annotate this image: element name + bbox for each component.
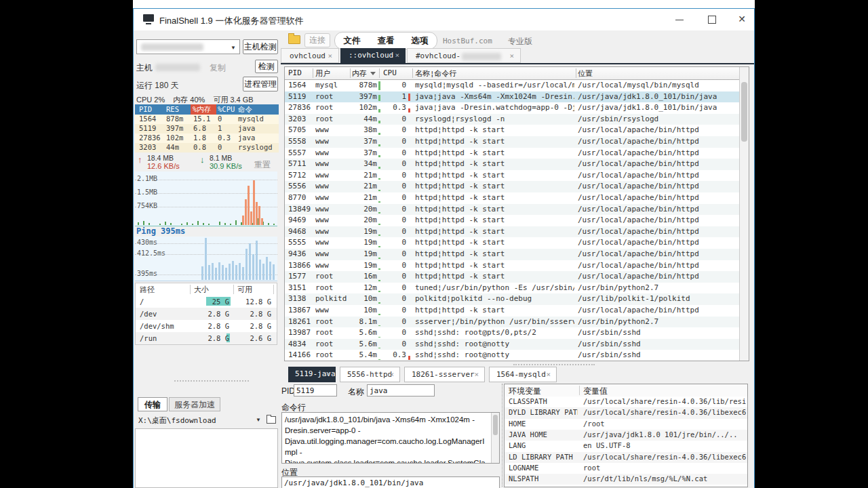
cmdline-textarea[interactable]: /usr/java/jdk1.8.0_101/bin/java -Xms64m … [281,412,500,464]
connections-folder-icon[interactable] [288,35,300,44]
pid-field[interactable] [294,384,337,396]
process-row[interactable]: 14166root5.4m0.3sshd¦sshd: root@notty/us… [285,350,739,361]
check-button[interactable]: 检测 [255,60,278,73]
disk-col-path[interactable]: 路径 [140,285,155,295]
minimize-button[interactable] [668,9,691,29]
scrollbar-thumb[interactable] [493,415,498,435]
session-tab-ovhcloud[interactable]: ::ovhcloud× [340,48,406,63]
cmdline-scrollbar[interactable] [491,413,499,463]
env-var-row[interactable]: DYLD_LIBRARY_PATH/usr/local/share/resin-… [505,407,747,418]
tab-server-accel[interactable]: 服务器加速 [169,397,220,411]
process-row[interactable]: 5119root397m1java¦java -Xms64m -Xmx1024m… [285,92,739,103]
reset-traffic-link[interactable]: 重置 [254,159,271,171]
col-user[interactable]: 用户 [315,68,330,79]
tab-close-icon[interactable]: × [328,49,332,63]
connect-button[interactable]: 连接 [304,33,330,47]
detail-pane-splitter[interactable] [502,384,502,487]
transfer-file-panel[interactable] [135,428,278,488]
host-combobox[interactable]: ▼ [136,39,240,54]
col-location[interactable]: 位置 [578,68,593,79]
session-tab-ovhcloud[interactable]: #ovhcloud-× [407,48,521,63]
sidebar-splitter-handle[interactable] [174,380,249,382]
tab-close-icon[interactable]: × [395,48,399,62]
vertical-scrollbar[interactable] [739,67,749,361]
process-row[interactable]: 4834root5.6m0sshd¦sshd: root@notty/usr/s… [285,339,739,350]
env-var-row[interactable]: LD_LIBRARY_PATH/usr/local/share/resin-4.… [505,452,747,463]
copy-link[interactable]: 复制 [210,62,226,74]
env-var-row[interactable]: CLASSPATH/usr/local/share/resin-4.0.36/l… [505,396,747,407]
menu-options[interactable]: 选项 [412,35,429,47]
process-manager-button[interactable]: 进程管理 [243,77,278,92]
mini-process-row[interactable]: 5119397m6.81java [135,124,279,134]
close-button[interactable]: ✕ [730,9,753,29]
process-row[interactable]: 13866www19m0httpd¦httpd -k start/usr/loc… [285,260,739,272]
site-link[interactable]: HostBuf.com [443,37,492,45]
process-row[interactable]: 5711www34m0httpd¦httpd -k start/usr/loca… [285,159,739,170]
menu-view[interactable]: 查看 [378,35,395,47]
env-var-row[interactable]: HOME/root [505,419,747,430]
mini-process-row[interactable]: 1564878m15.10mysqld [135,115,279,124]
process-row[interactable]: 18261root8.1m0ssserver¦/bin/python /usr/… [285,317,739,328]
download-path-bar[interactable]: X:\桌面\fsdownload ▼ [135,413,279,427]
process-row[interactable]: 9436www19m0httpd¦httpd -k start/usr/loca… [285,249,739,260]
folder-open-icon[interactable] [267,416,276,424]
env-col-value[interactable]: 变量值 [583,386,608,397]
process-row[interactable]: 13867www10m0httpd¦httpd -k start/usr/loc… [285,305,739,317]
tab-transfer[interactable]: 传输 [138,397,167,411]
menu-file[interactable]: 文件 [344,35,361,47]
mini-col-cmd[interactable]: 命令 [238,105,252,115]
process-row[interactable]: 1577root16m0httpd¦httpd -k start/usr/loc… [285,271,739,283]
env-var-row[interactable]: LOGNAMEroot [505,463,747,474]
env-var-row[interactable]: NLSPATH/usr/dt/lib/nls/msg/%L/%N.cat [505,474,747,485]
mini-process-row[interactable]: 27836102m1.80.3java [135,134,279,143]
disk-row[interactable]: /run2.8 G2.6 G [136,332,277,344]
disk-row[interactable]: /dev/shm2.8 G2.8 G [136,320,277,332]
detail-tab-5556-httpd[interactable]: 5556-httpd× [340,367,400,382]
env-var-row[interactable]: JAVA_HOME/usr/java/jdk1.8.0_101/jre/bin/… [505,430,747,441]
process-row[interactable]: 5558www37m0httpd¦httpd -k start/usr/loca… [285,136,739,148]
detail-tab-18261-ssserver[interactable]: 18261-ssserver× [404,367,485,382]
scrollbar-thumb[interactable] [741,82,747,142]
col-name-cmd[interactable]: 名称¦命令行 [415,68,457,79]
detail-splitter-handle[interactable] [513,364,595,365]
process-row[interactable]: 3203root44m0rsyslogd¦rsyslogd -n/usr/sbi… [285,114,739,125]
process-row[interactable]: 5557www37m0httpd¦httpd -k start/usr/loca… [285,148,739,159]
process-row[interactable]: 3138polkitd10m0polkitd¦polkitd --no-debu… [285,293,739,305]
tab-close-icon[interactable]: × [474,367,479,382]
location-field[interactable] [281,476,500,488]
process-row[interactable]: 9468www19m0httpd¦httpd -k start/usr/loca… [285,226,739,238]
host-check-button[interactable]: 主机检测 [243,39,278,54]
tab-close-icon[interactable]: × [389,367,394,382]
col-pid[interactable]: PID [288,68,302,77]
tab-close-icon[interactable]: × [326,367,330,382]
process-row[interactable]: 5555www19m0httpd¦httpd -k start/usr/loca… [285,237,739,249]
process-row[interactable]: 27836root102m0.3java¦java -Dresin.watchd… [285,102,739,114]
process-row[interactable]: 1564mysql878m0mysqld¦mysqld --basedir=/u… [285,80,739,92]
tab-close-icon[interactable]: × [509,49,514,63]
disk-col-avail[interactable]: 可用 [237,285,252,295]
detail-tab-5119-java[interactable]: 5119-java× [288,367,336,382]
process-row[interactable]: 9469www20m0httpd¦httpd -k start/usr/loca… [285,215,739,226]
process-row[interactable]: 13849www20m0httpd¦httpd -k start/usr/loc… [285,204,739,216]
process-row[interactable]: 5705www38m0httpd¦httpd -k start/usr/loca… [285,125,739,136]
env-col-name[interactable]: 环境变量 [509,386,541,397]
col-mem[interactable]: 内存 [352,68,367,79]
session-tab-ovhcloud[interactable]: ovhcloud× [281,48,339,63]
env-var-row[interactable]: LANGen_US.UTF-8 [505,441,747,451]
disk-row[interactable]: /25 G12.8 G [136,296,277,308]
mini-col-mem[interactable]: %内存 [193,105,211,115]
process-row[interactable]: 3151root12m0tuned¦/usr/bin/python -Es /u… [285,283,739,294]
title-bar[interactable]: FinalShell 1.9 一体化服务器管理软件 ✕ [134,9,754,30]
process-row[interactable]: 8770www21m0httpd¦httpd -k start/usr/loca… [285,192,739,204]
mini-col-cpu[interactable]: %CPU [218,105,235,113]
mini-col-pid[interactable]: PID [139,105,152,113]
maximize-button[interactable] [701,9,724,29]
process-row[interactable]: 5712www21m0httpd¦httpd -k start/usr/loca… [285,170,739,182]
chevron-down-icon[interactable]: ▼ [256,417,261,423]
mini-col-res[interactable]: RES [166,105,179,113]
mini-process-row[interactable]: 320344m0.80rsyslogd [135,143,279,152]
detail-tab-1564-mysqld[interactable]: 1564-mysqld× [489,367,557,382]
tab-close-icon[interactable]: × [546,367,551,382]
disk-col-size[interactable]: 大小 [194,285,209,295]
col-cpu[interactable]: CPU [383,68,397,77]
